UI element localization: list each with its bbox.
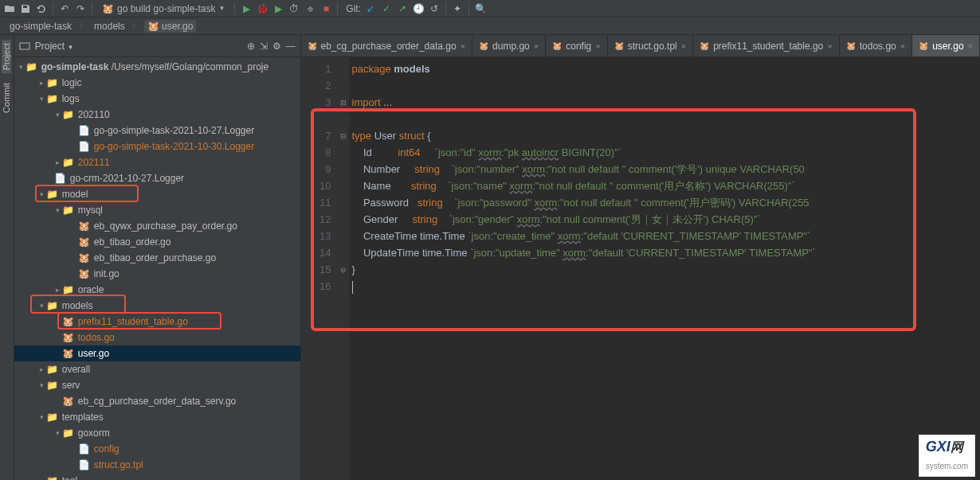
tree-file[interactable]: 📄go-go-simple-task-2021-10-27.Logger — [14, 123, 300, 139]
chevron-right-icon: 〉 — [131, 19, 141, 33]
tree-folder[interactable]: ▾📁serv — [14, 377, 300, 393]
close-icon[interactable]: × — [827, 41, 832, 51]
tree-file-user[interactable]: 🐹user.go — [14, 345, 300, 361]
git-commit-icon[interactable]: ✓ — [380, 2, 393, 15]
tree-file[interactable]: 🐹todos.go — [14, 330, 300, 345]
editor-area: 🐹eb_cg_purchase_order_data.go×🐹dump.go×🐹… — [301, 35, 981, 480]
editor-tab[interactable]: 🐹user.go× — [912, 35, 980, 57]
refresh-icon[interactable] — [35, 2, 48, 15]
tree-folder-model[interactable]: ▾📁model — [14, 186, 300, 202]
git-rollback-icon[interactable]: ↺ — [428, 2, 441, 15]
gutter: 12378910111213141516 — [301, 57, 338, 480]
run-config-selector[interactable]: 🐹 go build go-simple-task ▼ — [97, 3, 229, 14]
tree-file-prefix[interactable]: 🐹prefix11_student_table.go — [14, 314, 300, 330]
close-icon[interactable]: × — [900, 41, 905, 51]
expand-all-icon[interactable]: ⇲ — [260, 41, 268, 52]
breadcrumb: go-simple-task 〉 models 〉 🐹 user.go — [0, 18, 980, 35]
main-toolbar: ↶ ↷ 🐹 go build go-simple-task ▼ ▶ 🐞 ▶ ⏱ … — [0, 0, 980, 18]
stop-icon[interactable]: ■ — [319, 2, 332, 15]
crumb-folder[interactable]: models — [91, 20, 128, 33]
coverage-icon[interactable]: ▶ — [272, 2, 284, 15]
left-tool-rail: Project Commit — [0, 35, 14, 480]
crumb-file[interactable]: 🐹 user.go — [144, 20, 197, 33]
watermark: GXI网 system.com — [919, 435, 975, 477]
debug-icon[interactable]: 🐞 — [256, 2, 269, 15]
git-history-icon[interactable]: 🕘 — [412, 2, 425, 15]
editor-tab[interactable]: 🐹dump.go× — [472, 35, 546, 57]
crumb-project[interactable]: go-simple-task — [6, 20, 75, 33]
search-icon[interactable]: 🔍 — [474, 2, 487, 15]
project-view-icon[interactable] — [19, 41, 30, 52]
project-tree[interactable]: ▾📁go-simple-task /Users/myself/Golang/co… — [14, 57, 300, 480]
tab-label: user.go — [932, 41, 963, 52]
git-label: Git: — [346, 3, 361, 14]
tab-label: config — [566, 41, 591, 52]
editor-tab[interactable]: 🐹eb_cg_purchase_order_data.go× — [301, 35, 473, 57]
tree-folder[interactable]: ▾📁templates — [14, 409, 300, 425]
tree-folder[interactable]: ▸📁logic — [14, 75, 300, 91]
go-file-icon: 🐹 — [552, 41, 562, 50]
project-panel-header: Project ▼ ⊕ ⇲ ⚙ — — [14, 35, 300, 57]
tab-label: struct.go.tpl — [628, 41, 677, 52]
go-file-icon: 🐹 — [614, 41, 624, 50]
undo-icon[interactable]: ↶ — [58, 2, 71, 15]
git-update-icon[interactable]: ↙ — [364, 2, 377, 15]
tree-file[interactable]: 🐹init.go — [14, 266, 300, 282]
commit-tool-tab[interactable]: Commit — [2, 80, 11, 116]
editor-tabs: 🐹eb_cg_purchase_order_data.go×🐹dump.go×🐹… — [301, 35, 981, 57]
tree-file[interactable]: 🐹eb_cg_purchase_order_data_serv.go — [14, 393, 300, 409]
go-file-icon: 🐹 — [846, 41, 856, 50]
tree-file[interactable]: 📄go-crm-2021-10-27.Logger — [14, 170, 300, 186]
profile-icon[interactable]: ⏱ — [288, 2, 300, 15]
attach-icon[interactable]: ⎆ — [304, 2, 316, 15]
project-tool-tab[interactable]: Project — [2, 40, 11, 73]
tree-file[interactable]: 📄config — [14, 441, 300, 457]
tree-folder[interactable]: ▾📁logs — [14, 91, 300, 107]
close-icon[interactable]: × — [534, 41, 539, 51]
tree-folder[interactable]: ▾📁mysql — [14, 202, 300, 218]
settings-icon[interactable]: ⚙ — [272, 41, 281, 52]
tree-file[interactable]: 📄struct.go.tpl — [14, 457, 300, 473]
tree-folder[interactable]: ▾📁goxorm — [14, 425, 300, 441]
close-icon[interactable]: × — [681, 41, 686, 51]
tab-label: prefix11_student_table.go — [713, 41, 823, 52]
tree-folder[interactable]: ▸📁tool — [14, 473, 300, 480]
close-icon[interactable]: × — [595, 41, 600, 51]
editor-tab[interactable]: 🐹config× — [546, 35, 607, 57]
tree-folder[interactable]: ▸📁202111 — [14, 154, 300, 170]
select-opened-icon[interactable]: ⊕ — [247, 41, 255, 52]
project-panel-title[interactable]: Project ▼ — [35, 41, 242, 52]
tab-label: dump.go — [492, 41, 530, 52]
fold-column[interactable]: ⊟⊟⊖ — [338, 57, 349, 480]
go-file-icon: 🐹 — [919, 41, 928, 50]
tree-root[interactable]: ▾📁go-simple-task /Users/myself/Golang/co… — [14, 59, 300, 75]
editor-tab[interactable]: 🐹prefix11_student_table.go× — [693, 35, 840, 57]
close-icon[interactable]: × — [968, 41, 973, 51]
save-icon[interactable] — [19, 2, 32, 15]
svg-rect-0 — [20, 43, 29, 49]
run-icon[interactable]: ▶ — [240, 2, 253, 15]
tab-label: eb_cg_purchase_order_data.go — [321, 41, 457, 52]
tree-file[interactable]: 📄go-go-simple-task-2021-10-30.Logger — [14, 139, 300, 154]
chevron-right-icon: 〉 — [78, 19, 88, 33]
go-file-icon: 🐹 — [479, 41, 488, 50]
ide-settings-icon[interactable]: ✦ — [451, 2, 464, 15]
close-icon[interactable]: × — [461, 41, 465, 51]
tree-file[interactable]: 🐹eb_tibao_order_purchase.go — [14, 250, 300, 266]
editor-tab[interactable]: 🐹todos.go× — [840, 35, 912, 57]
redo-icon[interactable]: ↷ — [74, 2, 87, 15]
go-file-icon: 🐹 — [308, 41, 317, 50]
tree-folder[interactable]: ▸📁oracle — [14, 282, 300, 298]
tree-file[interactable]: 🐹eb_tibao_order.go — [14, 234, 300, 250]
tree-folder-models[interactable]: ▾📁models — [14, 298, 300, 314]
tree-folder[interactable]: ▾📁202110 — [14, 107, 300, 123]
open-icon[interactable] — [3, 2, 16, 15]
go-file-icon: 🐹 — [700, 41, 709, 50]
hide-icon[interactable]: — — [286, 41, 296, 52]
git-push-icon[interactable]: ↗ — [396, 2, 409, 15]
editor-tab[interactable]: 🐹struct.go.tpl× — [608, 35, 693, 57]
code-editor[interactable]: 12378910111213141516 ⊟⊟⊖ package modelsi… — [301, 57, 981, 480]
tree-folder[interactable]: ▸📁overall — [14, 361, 300, 377]
code-content[interactable]: package modelsimport ...type User struct… — [349, 57, 981, 480]
tree-file[interactable]: 🐹eb_qywx_purchase_pay_order.go — [14, 218, 300, 234]
